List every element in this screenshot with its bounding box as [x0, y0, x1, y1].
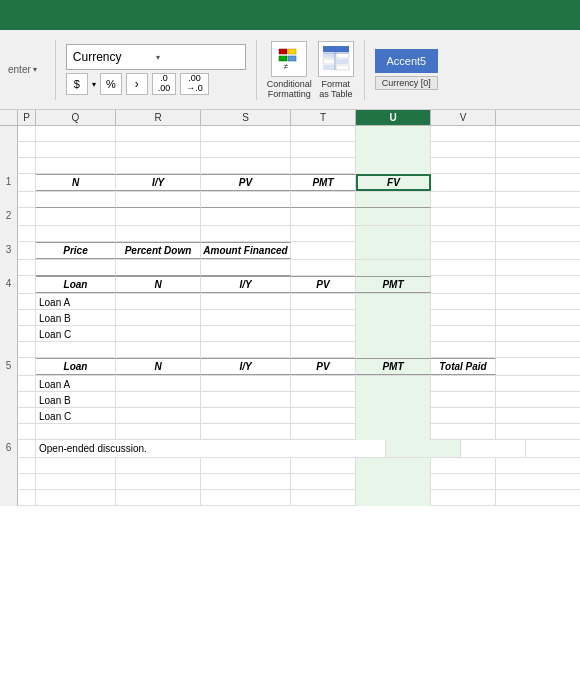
cell-u[interactable]	[356, 142, 431, 158]
cell-5c-loanc[interactable]: Loan C	[36, 408, 116, 424]
cell-ex3-u[interactable]	[356, 490, 431, 506]
cell-4c-s[interactable]	[201, 326, 291, 342]
cell-2b-p[interactable]	[18, 226, 36, 242]
cell-5c-t[interactable]	[291, 408, 356, 424]
cell-ex3-p[interactable]	[18, 490, 36, 506]
cell-sp5-t[interactable]	[291, 424, 356, 440]
cell-4c-r[interactable]	[116, 326, 201, 342]
cell-4c-u[interactable]	[356, 326, 431, 342]
conditional-formatting-button[interactable]: ≠	[271, 41, 307, 77]
cell-p[interactable]	[18, 126, 36, 142]
cell-5-total-paid[interactable]: Total Paid	[431, 358, 496, 375]
cell-4c-t[interactable]	[291, 326, 356, 342]
cell-ex2-t[interactable]	[291, 474, 356, 490]
cell-ex1-u[interactable]	[356, 458, 431, 474]
currency-dropdown[interactable]: Currency ▾	[66, 44, 246, 70]
cell-sp5-q[interactable]	[36, 424, 116, 440]
cell-1-iy[interactable]: I/Y	[116, 174, 201, 191]
cell-2b-q[interactable]	[36, 226, 116, 242]
cell-4b-u[interactable]	[356, 310, 431, 326]
cell-p[interactable]	[18, 158, 36, 174]
cell-6-v[interactable]	[461, 440, 526, 457]
format-as-table-button[interactable]	[318, 41, 354, 77]
cell-s[interactable]	[201, 158, 291, 174]
cell-3-u[interactable]	[356, 242, 431, 259]
cell-5c-s[interactable]	[201, 408, 291, 424]
cell-5-loan[interactable]: Loan	[36, 358, 116, 375]
cell-ex2-r[interactable]	[116, 474, 201, 490]
cell-ex2-u[interactable]	[356, 474, 431, 490]
cell-ex1-t[interactable]	[291, 458, 356, 474]
cell-2b-r[interactable]	[116, 226, 201, 242]
cell-1b-v[interactable]	[431, 192, 496, 208]
cell-5-pv[interactable]: PV	[291, 358, 356, 375]
cell-3-amount-financed[interactable]: Amount Financed	[201, 242, 291, 259]
cell-3b-p[interactable]	[18, 260, 36, 276]
cell-sp4-p[interactable]	[18, 342, 36, 358]
cell-u[interactable]	[356, 126, 431, 142]
cell-5a-s[interactable]	[201, 376, 291, 392]
cell-ex2-v[interactable]	[431, 474, 496, 490]
cell-sp5-p[interactable]	[18, 424, 36, 440]
cell-4-p[interactable]	[18, 276, 36, 293]
cell-u[interactable]	[356, 158, 431, 174]
cell-3b-t[interactable]	[291, 260, 356, 276]
percent-button[interactable]: %	[100, 73, 122, 95]
cell-2-q[interactable]	[36, 208, 116, 225]
cell-4-loan[interactable]: Loan	[36, 276, 116, 293]
cell-2-v[interactable]	[431, 208, 496, 225]
col-header-t[interactable]: T	[291, 110, 356, 125]
cell-5b-r[interactable]	[116, 392, 201, 408]
cell-ex1-p[interactable]	[18, 458, 36, 474]
cell-5a-v[interactable]	[431, 376, 496, 392]
comma-button[interactable]: ›	[126, 73, 148, 95]
col-header-q[interactable]: Q	[36, 110, 116, 125]
cell-5-p[interactable]	[18, 358, 36, 375]
cell-5b-s[interactable]	[201, 392, 291, 408]
cell-2-u[interactable]	[356, 208, 431, 225]
col-header-r[interactable]: R	[116, 110, 201, 125]
cell-4-n[interactable]: N	[116, 276, 201, 293]
cell-1b-p[interactable]	[18, 192, 36, 208]
cell-ex2-p[interactable]	[18, 474, 36, 490]
cell-5b-v[interactable]	[431, 392, 496, 408]
cell-6-open-ended[interactable]: Open-ended discussion.	[36, 440, 386, 457]
cell-4b-p[interactable]	[18, 310, 36, 326]
cell-3-price[interactable]: Price	[36, 242, 116, 259]
cell-5-pmt[interactable]: PMT	[356, 358, 431, 375]
col-header-s[interactable]: S	[201, 110, 291, 125]
cell-4-pv[interactable]: PV	[291, 276, 356, 293]
cell-5-iy[interactable]: I/Y	[201, 358, 291, 375]
cell-2-t[interactable]	[291, 208, 356, 225]
cell-ex1-v[interactable]	[431, 458, 496, 474]
cell-5b-loanb[interactable]: Loan B	[36, 392, 116, 408]
cell-4a-loana[interactable]: Loan A	[36, 294, 116, 310]
cell-3b-u[interactable]	[356, 260, 431, 276]
cell-ex3-q[interactable]	[36, 490, 116, 506]
cell-ex3-t[interactable]	[291, 490, 356, 506]
cell-1b-t[interactable]	[291, 192, 356, 208]
cell-2-r[interactable]	[116, 208, 201, 225]
cell-ex1-s[interactable]	[201, 458, 291, 474]
cell-r[interactable]	[116, 158, 201, 174]
cell-1b-q[interactable]	[36, 192, 116, 208]
cell-r[interactable]	[116, 126, 201, 142]
cell-sp4-u[interactable]	[356, 342, 431, 358]
cell-5a-loana[interactable]: Loan A	[36, 376, 116, 392]
cell-4a-u[interactable]	[356, 294, 431, 310]
cell-1b-u[interactable]	[356, 192, 431, 208]
cell-5a-t[interactable]	[291, 376, 356, 392]
cell-3b-v[interactable]	[431, 260, 496, 276]
cell-4b-t[interactable]	[291, 310, 356, 326]
cell-2b-s[interactable]	[201, 226, 291, 242]
cell-sp4-t[interactable]	[291, 342, 356, 358]
col-header-p[interactable]: P	[18, 110, 36, 125]
cell-sp4-s[interactable]	[201, 342, 291, 358]
cell-sp5-u[interactable]	[356, 424, 431, 440]
cell-sp4-v[interactable]	[431, 342, 496, 358]
cell-r[interactable]	[116, 142, 201, 158]
cell-1-pv[interactable]: PV	[201, 174, 291, 191]
cell-p[interactable]	[18, 142, 36, 158]
cell-q[interactable]	[36, 126, 116, 142]
cell-3b-s[interactable]	[201, 260, 291, 276]
